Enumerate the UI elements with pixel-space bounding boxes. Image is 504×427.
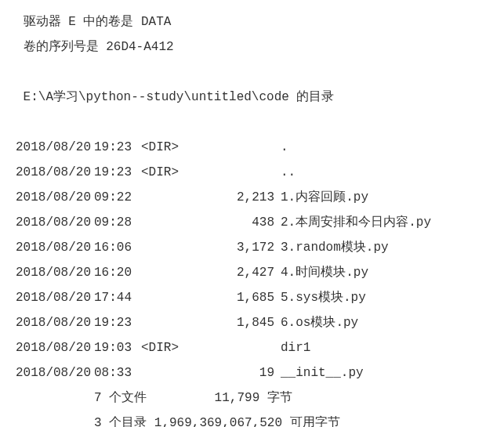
entry-size bbox=[196, 160, 281, 185]
entry-name: . bbox=[281, 135, 288, 160]
file-entry: 2018/08/20 08:33 19 __init__.py bbox=[16, 360, 488, 385]
blank-line bbox=[16, 60, 488, 85]
path-label: E:\A学习\python--study\untitled\code 的目录 bbox=[16, 85, 488, 110]
entry-time: 08:33 bbox=[94, 360, 141, 385]
entry-size: 3,172 bbox=[196, 235, 281, 260]
dir-marker bbox=[141, 185, 196, 210]
volume-label: 驱动器 E 中的卷是 DATA bbox=[16, 9, 488, 34]
dir-entry: 2018/08/20 19:23 <DIR> . bbox=[16, 135, 488, 160]
entry-size: 438 bbox=[196, 210, 281, 235]
entry-time: 09:28 bbox=[94, 210, 141, 235]
entry-date: 2018/08/20 bbox=[16, 260, 94, 285]
file-entry: 2018/08/20 09:22 2,213 1.内容回顾.py bbox=[16, 185, 488, 210]
dir-marker bbox=[141, 260, 196, 285]
dir-marker: <DIR> bbox=[141, 160, 196, 185]
entry-name: 5.sys模块.py bbox=[281, 285, 366, 310]
entry-time: 17:44 bbox=[94, 285, 141, 310]
blank-line bbox=[16, 110, 488, 135]
dir-marker: <DIR> bbox=[141, 335, 196, 360]
entry-date: 2018/08/20 bbox=[16, 160, 94, 185]
dir-marker bbox=[141, 285, 196, 310]
entry-name: 2.本周安排和今日内容.py bbox=[281, 210, 431, 235]
dir-marker bbox=[141, 310, 196, 335]
entry-date: 2018/08/20 bbox=[16, 360, 94, 385]
serial-label: 卷的序列号是 26D4-A412 bbox=[16, 34, 488, 60]
entry-size: 1,845 bbox=[196, 310, 281, 335]
file-entry: 2018/08/20 09:28 438 2.本周安排和今日内容.py bbox=[16, 210, 488, 235]
dir-marker bbox=[141, 360, 196, 385]
entry-size bbox=[196, 135, 281, 160]
file-entry: 2018/08/20 16:06 3,172 3.random模块.py bbox=[16, 235, 488, 260]
entry-name: 1.内容回顾.py bbox=[281, 185, 368, 210]
summary-files: 7 个文件 11,799 字节 bbox=[16, 385, 488, 411]
entry-name: __init__.py bbox=[281, 360, 364, 385]
summary-dirs: 3 个目录 1,969,369,067,520 可用字节 bbox=[16, 411, 488, 427]
entry-time: 19:23 bbox=[94, 135, 141, 160]
entry-name: dir1 bbox=[281, 335, 310, 360]
file-entry: 2018/08/20 19:23 1,845 6.os模块.py bbox=[16, 310, 488, 335]
entry-time: 19:23 bbox=[94, 160, 141, 185]
entry-time: 16:06 bbox=[94, 235, 141, 260]
entry-size: 2,213 bbox=[196, 185, 281, 210]
entry-date: 2018/08/20 bbox=[16, 335, 94, 360]
entry-date: 2018/08/20 bbox=[16, 185, 94, 210]
dir-entry: 2018/08/20 19:03 <DIR> dir1 bbox=[16, 335, 488, 360]
entry-name: 6.os模块.py bbox=[281, 310, 358, 335]
entry-date: 2018/08/20 bbox=[16, 285, 94, 310]
file-entry: 2018/08/20 16:20 2,427 4.时间模块.py bbox=[16, 260, 488, 285]
entry-time: 09:22 bbox=[94, 185, 141, 210]
entry-date: 2018/08/20 bbox=[16, 210, 94, 235]
dir-marker bbox=[141, 210, 196, 235]
entry-time: 19:23 bbox=[94, 310, 141, 335]
entry-time: 19:03 bbox=[94, 335, 141, 360]
entry-name: 3.random模块.py bbox=[281, 235, 389, 260]
entry-size: 2,427 bbox=[196, 260, 281, 285]
entry-date: 2018/08/20 bbox=[16, 135, 94, 160]
file-entry: 2018/08/20 17:44 1,685 5.sys模块.py bbox=[16, 285, 488, 310]
entry-time: 16:20 bbox=[94, 260, 141, 285]
entry-name: .. bbox=[281, 160, 296, 185]
entry-size: 19 bbox=[196, 360, 281, 385]
entry-size: 1,685 bbox=[196, 285, 281, 310]
dir-marker bbox=[141, 235, 196, 260]
entry-date: 2018/08/20 bbox=[16, 310, 94, 335]
dir-entry: 2018/08/20 19:23 <DIR> .. bbox=[16, 160, 488, 185]
dir-marker: <DIR> bbox=[141, 135, 196, 160]
entry-name: 4.时间模块.py bbox=[281, 260, 368, 285]
entry-date: 2018/08/20 bbox=[16, 235, 94, 260]
entry-size bbox=[196, 335, 281, 360]
